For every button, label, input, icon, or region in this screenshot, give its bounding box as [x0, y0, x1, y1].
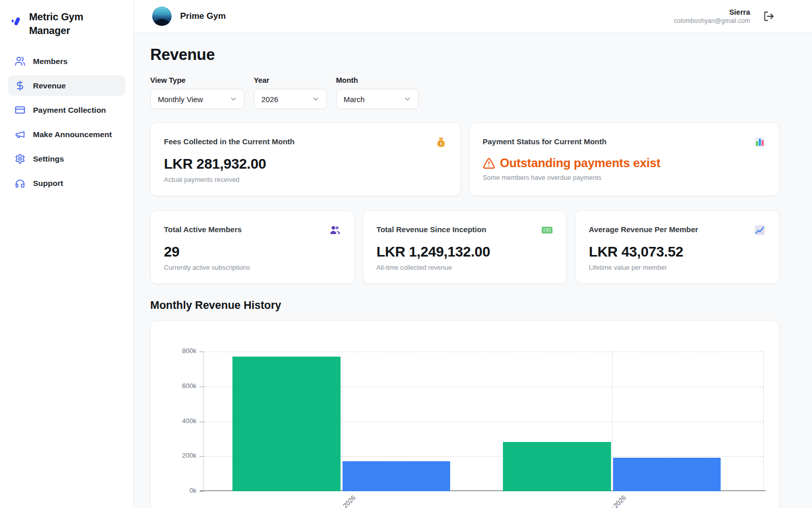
sidebar-item-support[interactable]: Support	[8, 173, 125, 194]
sidebar-item-label: Settings	[33, 154, 64, 164]
chart-plot: 0k200k400k600k800kFeb 2026Mar 2026	[204, 352, 764, 491]
avg-revenue-value: LKR 43,073.52	[589, 244, 766, 260]
fees-collected-value: LKR 281,932.00	[164, 156, 447, 172]
month-select[interactable]: March	[336, 89, 419, 109]
svg-text:$: $	[547, 228, 549, 232]
y-axis-line	[204, 352, 204, 491]
megaphone-icon	[15, 129, 25, 140]
card-active-members: Total Active Members 29 Currently active…	[150, 210, 355, 284]
banknote-icon: $	[541, 224, 553, 236]
chevron-down-icon	[229, 95, 238, 103]
card-title: Average Revenue Per Member	[589, 224, 698, 234]
user-email: colomboshyan@gmail.com	[674, 17, 750, 24]
x-gridline	[763, 352, 764, 491]
chart-increasing-icon	[754, 224, 766, 236]
view-type-value: Monthly View	[158, 95, 203, 104]
total-revenue-subtitle: All-time collected revenue	[377, 264, 554, 271]
month-label: Month	[336, 76, 419, 84]
y-tick-mark	[199, 456, 204, 457]
app-title: Metric Gym Manager	[29, 10, 124, 38]
monthly-revenue-chart: 0k200k400k600k800kFeb 2026Mar 2026	[150, 321, 780, 508]
sidebar-item-make-announcement[interactable]: Make Announcement	[8, 124, 125, 145]
fees-collected-subtitle: Actual payments received	[164, 176, 447, 183]
sidebar-item-settings[interactable]: Settings	[8, 148, 125, 169]
dollar-icon	[15, 80, 25, 91]
card-avg-revenue: Average Revenue Per Member LKR 43,073.52…	[575, 210, 780, 284]
card-total-revenue: Total Revenue Since Inception $ LKR 1,24…	[363, 210, 567, 284]
y-tick-label: 400k	[170, 417, 196, 425]
x-gridline	[612, 352, 613, 491]
topbar: Prime Gym Sierra colomboshyan@gmail.com	[134, 0, 812, 33]
y-tick-label: 0k	[170, 487, 196, 494]
headphones-icon	[15, 178, 25, 188]
sidebar-item-label: Payment Collection	[33, 106, 106, 115]
content: Revenue View Type Monthly View Year 2026	[134, 33, 812, 508]
y-tick-mark	[199, 387, 204, 387]
y-tick-mark	[199, 352, 204, 352]
chart-section-title: Monthly Revenue History	[150, 299, 780, 312]
bar-mar-2026-series_blue[interactable]	[613, 458, 721, 491]
sidebar-item-label: Support	[33, 179, 63, 188]
credit-card-icon	[15, 105, 25, 115]
gym-name: Prime Gym	[180, 11, 226, 21]
card-payment-status: Payment Status for Current Month Outstan…	[469, 122, 780, 196]
bar-feb-2026-series_green[interactable]	[232, 357, 341, 491]
y-tick-label: 200k	[170, 452, 196, 459]
payment-status-value: Outstanding payments exist	[483, 156, 766, 170]
two-members-icon	[329, 224, 341, 236]
sidebar-item-revenue[interactable]: Revenue	[8, 75, 125, 96]
app-logo-icon	[8, 13, 24, 29]
avg-revenue-subtitle: Lifetime value per member	[589, 264, 766, 271]
active-members-subtitle: Currently active subscriptions	[164, 264, 341, 271]
filter-view-type: View Type Monthly View	[150, 76, 245, 109]
view-type-select[interactable]: Monthly View	[150, 89, 245, 109]
page-title: Revenue	[150, 46, 780, 64]
sidebar-item-label: Revenue	[33, 81, 66, 90]
total-revenue-value: LKR 1,249,132.00	[377, 244, 554, 260]
card-title: Total Active Members	[164, 224, 242, 234]
payment-status-subtitle: Some members have overdue payments	[483, 174, 766, 181]
sidebar: Metric Gym Manager Members Revenue Payme…	[0, 0, 134, 508]
gear-icon	[15, 153, 25, 164]
y-tick-label: 600k	[170, 382, 196, 390]
sidebar-nav: Members Revenue Payment Collection Make …	[0, 51, 133, 194]
sidebar-item-members[interactable]: Members	[8, 51, 125, 72]
bar-chart-icon	[754, 136, 766, 148]
y-tick-label: 800k	[170, 347, 196, 355]
filter-year: Year 2026	[254, 76, 327, 109]
warning-triangle-icon	[483, 157, 495, 170]
members-icon	[15, 56, 25, 67]
sidebar-item-payment-collection[interactable]: Payment Collection	[8, 100, 125, 120]
logout-icon[interactable]	[763, 11, 774, 22]
chevron-down-icon	[403, 95, 412, 103]
year-select[interactable]: 2026	[254, 89, 327, 109]
bar-mar-2026-series_green[interactable]	[503, 442, 611, 491]
x-tick-label: Mar 2026	[602, 494, 627, 508]
card-title: Total Revenue Since Inception	[377, 224, 486, 234]
active-members-value: 29	[164, 244, 341, 260]
month-value: March	[344, 95, 365, 104]
x-gridline	[342, 352, 342, 491]
view-type-label: View Type	[150, 76, 245, 84]
chevron-down-icon	[312, 95, 320, 103]
app-logo: Metric Gym Manager	[0, 7, 133, 51]
gym-avatar[interactable]	[152, 7, 172, 26]
filter-month: Month March	[336, 76, 419, 109]
money-bag-icon: $	[435, 136, 447, 148]
x-tick-label: Feb 2026	[332, 494, 357, 508]
y-tick-mark	[199, 422, 204, 422]
filters: View Type Monthly View Year 2026	[150, 76, 780, 109]
sidebar-item-label: Members	[33, 57, 67, 66]
year-label: Year	[254, 76, 327, 84]
user-name: Sierra	[674, 8, 750, 16]
card-title: Fees Collected in the Current Month	[164, 136, 295, 146]
card-title: Payment Status for Current Month	[483, 136, 606, 146]
y-gridline	[204, 352, 764, 352]
bar-feb-2026-series_blue[interactable]	[343, 461, 451, 491]
y-tick-mark	[199, 491, 204, 492]
card-fees-collected: Fees Collected in the Current Month $ LK…	[150, 122, 461, 196]
year-value: 2026	[261, 95, 278, 104]
user-info: Sierra colomboshyan@gmail.com	[674, 8, 750, 24]
payment-status-text: Outstanding payments exist	[500, 156, 660, 170]
gym-identity: Prime Gym	[152, 7, 226, 26]
